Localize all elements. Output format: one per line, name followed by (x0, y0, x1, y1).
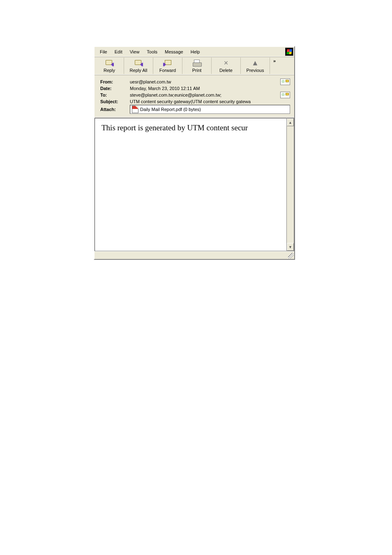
subject-value: UTM content security gateway(UTM content… (130, 99, 290, 104)
menu-view[interactable]: View (126, 48, 143, 56)
toolbar-overflow-button[interactable]: » (270, 58, 279, 74)
attach-label: Attach: (100, 107, 130, 112)
from-value: uesr@planet.com.tw (130, 79, 280, 84)
email-message-window: File Edit View Tools Message Help Reply … (94, 46, 295, 260)
pdf-icon (132, 106, 138, 113)
print-icon (193, 58, 201, 67)
from-label: From: (100, 79, 130, 84)
toolbar: Reply Reply All Forward Print × Delete ▲… (95, 57, 294, 75)
contact-card-icon[interactable] (280, 79, 290, 85)
scroll-up-button[interactable]: ▲ (287, 118, 294, 126)
forward-button[interactable]: Forward (153, 58, 182, 74)
reply-icon (105, 58, 114, 67)
menu-file[interactable]: File (96, 48, 111, 56)
subject-label: Subject: (100, 99, 130, 104)
menu-edit[interactable]: Edit (111, 48, 126, 56)
scroll-down-button[interactable]: ▼ (287, 243, 294, 251)
message-body[interactable]: This report is generated by UTM content … (95, 118, 286, 251)
reply-all-icon (134, 58, 143, 67)
print-label: Print (192, 68, 202, 73)
statusbar (95, 251, 294, 259)
previous-button[interactable]: ▲ Previous (241, 58, 270, 74)
forward-label: Forward (159, 68, 176, 73)
forward-icon (163, 58, 172, 67)
resize-grip-icon[interactable] (288, 253, 294, 259)
attachment-name: Daily Mail Report.pdf (0 bytes) (140, 107, 201, 112)
to-value: steve@planet.com.tw;eunice@planet.com.tw… (130, 92, 280, 97)
menu-help[interactable]: Help (187, 48, 204, 56)
attachment-field[interactable]: Daily Mail Report.pdf (0 bytes) (130, 105, 290, 114)
date-label: Date: (100, 86, 130, 91)
reply-button[interactable]: Reply (95, 58, 124, 74)
to-label: To: (100, 92, 130, 97)
delete-button[interactable]: × Delete (212, 58, 241, 74)
date-value: Monday, March 23, 2010 12:11 AM (130, 86, 290, 91)
print-button[interactable]: Print (182, 58, 212, 74)
message-body-area: This report is generated by UTM content … (95, 118, 294, 251)
previous-label: Previous (247, 68, 264, 73)
delete-label: Delete (219, 68, 233, 73)
windows-logo-icon (285, 48, 293, 56)
reply-all-button[interactable]: Reply All (124, 58, 153, 74)
menu-message[interactable]: Message (161, 48, 187, 56)
reply-label: Reply (104, 68, 115, 73)
scroll-track[interactable] (287, 126, 294, 243)
contact-card-icon[interactable] (280, 92, 290, 98)
reply-all-label: Reply All (130, 68, 148, 73)
message-headers: From: uesr@planet.com.tw Date: Monday, M… (95, 75, 294, 118)
previous-icon: ▲ (251, 58, 259, 67)
menu-tools[interactable]: Tools (143, 48, 161, 56)
menubar: File Edit View Tools Message Help (95, 47, 294, 57)
delete-icon: × (224, 58, 228, 67)
vertical-scrollbar[interactable]: ▲ ▼ (286, 118, 294, 251)
